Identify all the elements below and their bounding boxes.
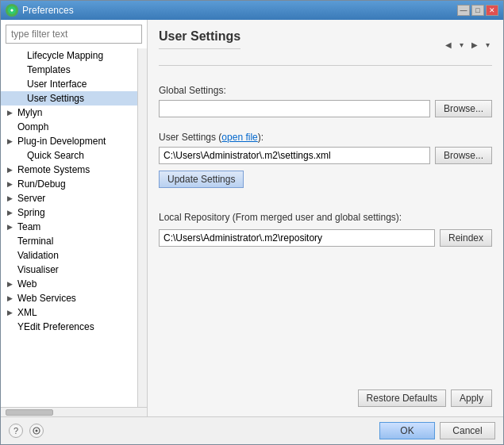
tree-item-run-debug[interactable]: ▶Run/Debug [1, 177, 137, 191]
tree-item-user-settings[interactable]: User Settings [1, 91, 137, 105]
tree-item-oomph[interactable]: Oomph [1, 120, 137, 134]
tree-label-oomph: Oomph [17, 121, 48, 132]
title-bar: Preferences — □ ✕ [1, 1, 503, 20]
tree-item-templates[interactable]: Templates [1, 63, 137, 77]
filter-input[interactable] [6, 25, 142, 44]
help-button[interactable]: ? [9, 424, 23, 438]
global-settings-input[interactable] [159, 100, 430, 117]
tree-item-server[interactable]: ▶Server [1, 191, 137, 205]
reindex-button[interactable]: Reindex [440, 229, 492, 247]
tree-item-visualiser[interactable]: Visualiser [1, 263, 137, 277]
expand-icon-web-services: ▶ [7, 294, 15, 302]
tree-item-lifecycle-mapping[interactable]: Lifecycle Mapping [1, 48, 137, 63]
tree-item-mylyn[interactable]: ▶Mylyn [1, 105, 137, 120]
close-button[interactable]: ✕ [486, 5, 498, 16]
tree-label-quick-search: Quick Search [27, 150, 84, 161]
tree-label-visualiser: Visualiser [17, 264, 59, 275]
restore-defaults-button[interactable]: Restore Defaults [358, 389, 446, 407]
update-settings-button[interactable]: Update Settings [159, 171, 244, 188]
tree-label-user-interface: User Interface [27, 79, 87, 90]
expand-icon-team: ▶ [7, 223, 15, 231]
window-title: Preferences [22, 5, 74, 16]
restore-apply-row: Restore Defaults Apply [159, 374, 492, 407]
tree-label-web: Web [17, 278, 37, 290]
back-button[interactable]: ◀ [443, 40, 454, 50]
open-file-link[interactable]: open file [221, 132, 257, 143]
nav-arrows: ◀ ▾ ▶ ▾ [443, 40, 492, 50]
tree-label-spring: Spring [17, 207, 45, 218]
tree-item-web[interactable]: ▶Web [1, 277, 137, 291]
forward-dropdown[interactable]: ▾ [457, 40, 466, 50]
local-repo-row: Reindex [159, 229, 492, 247]
tree-label-yedit: YEdit Preferences [17, 321, 94, 332]
tree-container: Lifecycle Mapping Templates User Interfa… [1, 48, 137, 407]
tree-item-team[interactable]: ▶Team [1, 220, 137, 234]
expand-icon-web: ▶ [7, 280, 15, 288]
tree-label-templates: Templates [27, 64, 71, 75]
link-button[interactable] [29, 424, 44, 438]
ok-button[interactable]: OK [379, 422, 435, 439]
bottom-bar: ? OK Cancel [1, 416, 503, 444]
tree-item-plugin-dev[interactable]: ▶Plug-in Development [1, 134, 137, 148]
user-settings-input[interactable] [159, 147, 430, 164]
tree-item-quick-search[interactable]: Quick Search [1, 148, 137, 163]
cancel-button[interactable]: Cancel [440, 422, 495, 439]
tree-label-mylyn: Mylyn [17, 107, 42, 118]
expand-icon-run-debug: ▶ [7, 180, 15, 188]
tree-item-spring[interactable]: ▶Spring [1, 205, 137, 220]
tree-label-user-settings: User Settings [27, 93, 84, 104]
app-icon [6, 4, 18, 17]
forward-dropdown2[interactable]: ▾ [483, 40, 492, 50]
tree-label-remote-systems: Remote Systems [17, 164, 90, 175]
right-panel: User Settings ◀ ▾ ▶ ▾ Global Settings: B… [148, 20, 503, 416]
vertical-scrollbar[interactable] [137, 48, 147, 407]
apply-button[interactable]: Apply [451, 389, 492, 407]
expand-icon-xml: ▶ [7, 309, 15, 316]
user-settings-label: User Settings (open file): [159, 132, 492, 143]
user-browse-button[interactable]: Browse... [435, 147, 492, 164]
global-settings-label: Global Settings: [159, 85, 492, 96]
expand-icon-remote-systems: ▶ [7, 166, 15, 174]
tree-item-user-interface[interactable]: User Interface [1, 77, 137, 91]
forward-button[interactable]: ▶ [469, 40, 480, 50]
expand-icon-mylyn: ▶ [7, 109, 15, 117]
minimize-button[interactable]: — [457, 5, 470, 16]
tree-label-server: Server [17, 193, 45, 204]
tree-item-xml[interactable]: ▶XML [1, 305, 137, 320]
tree-item-validation[interactable]: Validation [1, 248, 137, 263]
user-settings-row: Browse... [159, 147, 492, 164]
local-repo-input[interactable] [159, 229, 435, 247]
global-settings-row: Browse... [159, 100, 492, 117]
tree-label-run-debug: Run/Debug [17, 178, 66, 190]
tree-label-terminal: Terminal [17, 236, 53, 247]
local-repo-label: Local Repository (From merged user and g… [159, 212, 492, 223]
tree-label-web-services: Web Services [17, 293, 76, 304]
svg-point-2 [36, 430, 38, 432]
tree-label-validation: Validation [17, 250, 59, 261]
tree-label-team: Team [17, 221, 40, 232]
tree-item-remote-systems[interactable]: ▶Remote Systems [1, 163, 137, 177]
expand-icon-server: ▶ [7, 194, 15, 202]
expand-icon-spring: ▶ [7, 209, 15, 217]
scrollbar-thumb [6, 409, 53, 416]
panel-title: User Settings [159, 29, 240, 49]
expand-icon-plugin-dev: ▶ [7, 137, 15, 145]
tree-item-terminal[interactable]: Terminal [1, 234, 137, 248]
tree-label-xml: XML [17, 307, 37, 318]
window-controls: — □ ✕ [457, 5, 498, 16]
tree-label-lifecycle-mapping: Lifecycle Mapping [27, 50, 103, 61]
tree-item-web-services[interactable]: ▶Web Services [1, 291, 137, 305]
left-panel: Lifecycle Mapping Templates User Interfa… [1, 20, 148, 416]
horizontal-scrollbar[interactable] [1, 407, 147, 416]
tree-label-plugin-dev: Plug-in Development [17, 136, 106, 147]
global-browse-button[interactable]: Browse... [435, 100, 492, 117]
maximize-button[interactable]: □ [471, 5, 484, 16]
tree-item-yedit[interactable]: YEdit Preferences [1, 320, 137, 334]
